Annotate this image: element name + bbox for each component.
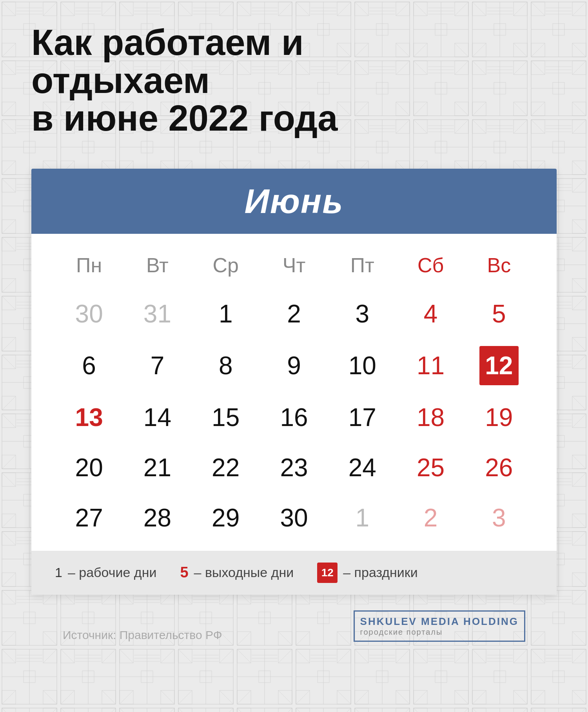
cell-w3-sat: 18: [396, 392, 465, 442]
cell-w5-wed: 29: [192, 493, 260, 543]
footer: Источник: Правительство РФ SHKULEV MEDIA…: [31, 595, 557, 657]
cell-w4-wed: 22: [192, 442, 260, 493]
legend-weekend-text: – выходные дни: [194, 565, 294, 580]
day-header-fri: Пт: [328, 246, 396, 289]
cell-w4-tue: 21: [123, 442, 191, 493]
cell-w2-tue: 7: [123, 339, 191, 392]
cell-w5-sat: 2: [396, 493, 465, 543]
calendar-body: Пн Вт Ср Чт Пт Сб Вс 30 31 1 2 3 4 5 6 7…: [31, 234, 557, 551]
day-header-mon: Пн: [55, 246, 123, 289]
legend-workday-text: – рабочие дни: [68, 565, 156, 580]
cell-w4-sat: 25: [396, 442, 465, 493]
legend-workday: 1 – рабочие дни: [55, 565, 156, 580]
cell-w2-sun: 12: [465, 339, 533, 392]
cell-w2-mon: 6: [55, 339, 123, 392]
cell-w2-sat: 11: [396, 339, 465, 392]
cell-w1-fri: 3: [328, 289, 396, 339]
cell-w5-tue: 28: [123, 493, 191, 543]
brand-name-part1: SHKULEV: [360, 615, 417, 627]
cell-w3-sun: 19: [465, 392, 533, 442]
day-header-thu: Чт: [260, 246, 328, 289]
cell-w1-mon: 30: [55, 289, 123, 339]
cell-w5-thu: 30: [260, 493, 328, 543]
legend-holiday: 12 – праздники: [317, 563, 418, 583]
cell-w1-wed: 1: [192, 289, 260, 339]
legend-holiday-badge: 12: [317, 563, 338, 583]
cell-w4-sun: 26: [465, 442, 533, 493]
day-header-wed: Ср: [192, 246, 260, 289]
legend-holiday-text: – праздники: [343, 565, 418, 580]
cell-w5-sun: 3: [465, 493, 533, 543]
cell-w1-thu: 2: [260, 289, 328, 339]
calendar: Июнь Пн Вт Ср Чт Пт Сб Вс 30 31 1 2 3 4 …: [31, 169, 557, 595]
cell-w3-tue: 14: [123, 392, 191, 442]
brand-name: SHKULEV MEDIA HOLDING: [360, 615, 519, 628]
main-content: Как работаем и отдыхаем в июне 2022 года…: [0, 0, 588, 681]
calendar-header: Июнь: [31, 169, 557, 234]
day-header-tue: Вт: [123, 246, 191, 289]
cell-w5-fri: 1: [328, 493, 396, 543]
cell-w3-fri: 17: [328, 392, 396, 442]
cell-w3-wed: 15: [192, 392, 260, 442]
cell-w4-thu: 23: [260, 442, 328, 493]
cell-w2-wed: 8: [192, 339, 260, 392]
cell-w3-thu: 16: [260, 392, 328, 442]
cell-w2-thu: 9: [260, 339, 328, 392]
brand-sub: городские порталы: [360, 628, 519, 637]
cell-w1-tue: 31: [123, 289, 191, 339]
legend-weekend: 5 – выходные дни: [180, 564, 294, 581]
cell-w1-sat: 4: [396, 289, 465, 339]
cell-w5-mon: 27: [55, 493, 123, 543]
legend: 1 – рабочие дни 5 – выходные дни 12 – пр…: [31, 551, 557, 595]
brand-area: SHKULEV MEDIA HOLDING городские порталы: [354, 610, 525, 642]
cell-w3-mon: 13: [55, 392, 123, 442]
cell-w4-mon: 20: [55, 442, 123, 493]
day-header-sun: Вс: [465, 246, 533, 289]
calendar-grid: Пн Вт Ср Чт Пт Сб Вс 30 31 1 2 3 4 5 6 7…: [55, 246, 533, 543]
cell-w4-fri: 24: [328, 442, 396, 493]
legend-workday-num: 1: [55, 565, 62, 580]
brand-box: SHKULEV MEDIA HOLDING городские порталы: [354, 610, 525, 642]
brand-name-part2: MEDIA HOLDING: [417, 615, 519, 627]
page-title: Как работаем и отдыхаем в июне 2022 года: [31, 24, 384, 137]
cell-w1-sun: 5: [465, 289, 533, 339]
legend-weekend-num: 5: [180, 564, 188, 581]
source-text: Источник: Правительство РФ: [63, 628, 222, 642]
cell-w2-fri: 10: [328, 339, 396, 392]
month-title: Июнь: [31, 181, 557, 221]
day-header-sat: Сб: [396, 246, 465, 289]
